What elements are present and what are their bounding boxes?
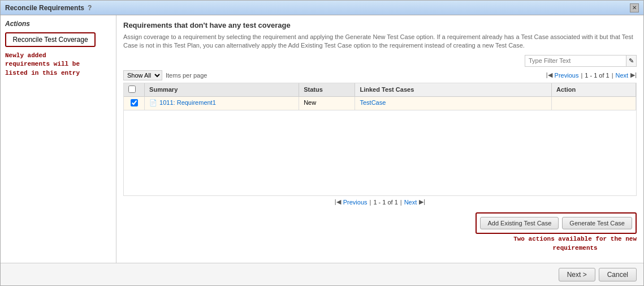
filter-input[interactable] xyxy=(525,55,626,67)
requirement-link[interactable]: 📄 1011: Requirement1 xyxy=(149,99,294,106)
row-action-cell xyxy=(552,96,636,110)
header-checkbox-cell xyxy=(124,83,145,97)
page-info: 1 - 1 of 1 xyxy=(585,72,609,79)
left-panel: Actions Reconcile Test Coverage Newly ad… xyxy=(1,15,116,263)
row-linked-cell: TestCase xyxy=(355,96,552,110)
row-status-cell: New xyxy=(299,96,355,110)
section-title: Requirements that don't have any test co… xyxy=(123,21,637,29)
right-panel: Requirements that don't have any test co… xyxy=(116,15,643,263)
select-all-checkbox[interactable] xyxy=(128,86,136,93)
help-icon[interactable]: ? xyxy=(88,4,92,12)
pagination-prev-icon: |◀ xyxy=(546,71,552,79)
requirement-id: 1011: Requirement1 xyxy=(159,99,216,106)
dialog-titlebar: Reconcile Requirements ? ✕ xyxy=(1,1,643,15)
bottom-sep1: | xyxy=(370,199,371,206)
bottom-next-link[interactable]: Next xyxy=(404,199,417,206)
items-per-page[interactable]: Show All 10 25 50 xyxy=(123,70,162,80)
show-all-select[interactable]: Show All 10 25 50 xyxy=(123,70,162,80)
close-button[interactable]: ✕ xyxy=(630,3,639,12)
bottom-previous-link[interactable]: Previous xyxy=(343,199,368,206)
description-text: Assign coverage to a requirement by sele… xyxy=(123,33,637,50)
bottom-page-info: 1 - 1 of 1 xyxy=(373,199,397,206)
action-buttons-row: Add Existing Test Case Generate Test Cas… xyxy=(123,208,637,257)
header-linked-test-cases: Linked Test Cases xyxy=(355,83,552,97)
req-icon: 📄 xyxy=(149,99,157,106)
separator2: | xyxy=(612,72,613,79)
dialog-footer: Next > Cancel xyxy=(1,263,643,285)
table-row: 📄 1011: Requirement1 New TestCase xyxy=(124,96,636,110)
next-link[interactable]: Next xyxy=(616,72,629,79)
actions-label: Actions xyxy=(5,20,111,28)
next-button[interactable]: Next > xyxy=(559,268,595,281)
dialog-title-text: Reconcile Requirements xyxy=(5,4,84,12)
pagination-next-icon: ▶| xyxy=(630,71,637,79)
cancel-button[interactable]: Cancel xyxy=(599,268,637,281)
reconcile-test-coverage-button[interactable]: Reconcile Test Coverage xyxy=(5,32,96,47)
top-pagination-row: Show All 10 25 50 Items per page |◀ Prev… xyxy=(123,70,637,80)
filter-row: ✎ xyxy=(123,55,637,67)
table-header-row: Summary Status Linked Test Cases Action xyxy=(124,83,636,97)
status-value: New xyxy=(304,99,316,106)
bottom-pagination-row: |◀ Previous | 1 - 1 of 1 | Next ▶| xyxy=(123,196,637,208)
action-section: Add Existing Test Case Generate Test Cas… xyxy=(476,212,637,253)
items-per-page-label: Items per page xyxy=(166,72,207,79)
header-status: Status xyxy=(299,83,355,97)
filter-icon[interactable]: ✎ xyxy=(626,55,637,67)
generate-test-case-button[interactable]: Generate Test Case xyxy=(562,217,632,229)
testcase-link[interactable]: TestCase xyxy=(360,99,386,106)
dialog-body: Actions Reconcile Test Coverage Newly ad… xyxy=(1,15,643,263)
left-annotation: Newly addedrequirements will belisted in… xyxy=(5,52,111,78)
action-buttons-border: Add Existing Test Case Generate Test Cas… xyxy=(476,212,637,234)
requirements-table-container: Summary Status Linked Test Cases Action xyxy=(123,83,637,196)
bottom-next-icon: ▶| xyxy=(419,198,425,206)
header-summary: Summary xyxy=(145,83,299,97)
two-actions-annotation: Two actions available for the newrequire… xyxy=(513,235,637,253)
requirements-table: Summary Status Linked Test Cases Action xyxy=(124,83,636,110)
bottom-sep2: | xyxy=(400,199,402,206)
row-summary-cell: 📄 1011: Requirement1 xyxy=(145,96,299,110)
separator1: | xyxy=(581,72,582,79)
row-check-cell xyxy=(124,96,145,110)
row-checkbox[interactable] xyxy=(131,99,138,106)
add-existing-test-case-button[interactable]: Add Existing Test Case xyxy=(480,217,559,229)
previous-link[interactable]: Previous xyxy=(555,72,579,79)
header-action: Action xyxy=(552,83,636,97)
reconcile-requirements-dialog: Reconcile Requirements ? ✕ Actions Recon… xyxy=(0,0,644,286)
bottom-prev-icon: |◀ xyxy=(335,198,341,206)
pagination-right: |◀ Previous | 1 - 1 of 1 | Next ▶| xyxy=(546,71,637,79)
dialog-title: Reconcile Requirements ? xyxy=(5,4,92,12)
